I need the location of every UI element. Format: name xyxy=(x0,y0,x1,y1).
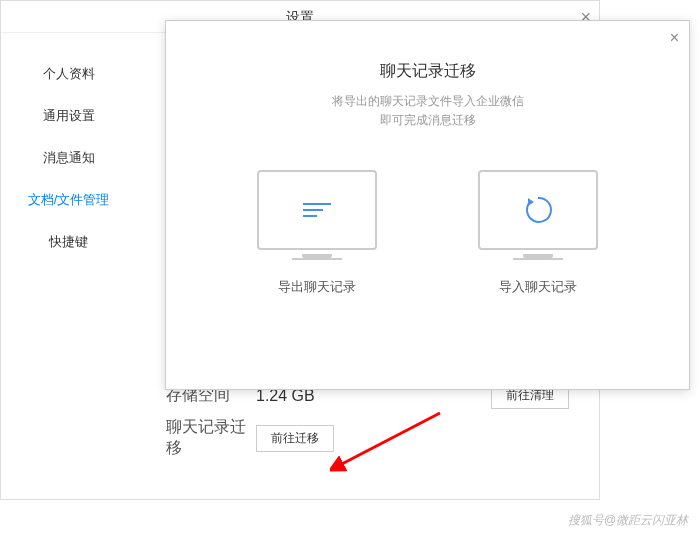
import-label: 导入聊天记录 xyxy=(478,278,598,296)
sidebar-item-general[interactable]: 通用设置 xyxy=(1,95,136,137)
sidebar-item-notifications[interactable]: 消息通知 xyxy=(1,137,136,179)
modal-subtitle-line1: 将导出的聊天记录文件导入企业微信 xyxy=(332,94,524,108)
import-option[interactable]: 导入聊天记录 xyxy=(478,170,598,296)
modal-subtitle-line2: 即可完成消息迁移 xyxy=(380,113,476,127)
migrate-label: 聊天记录迁移 xyxy=(166,417,256,459)
migrate-button[interactable]: 前往迁移 xyxy=(256,425,334,452)
modal-subtitle: 将导出的聊天记录文件导入企业微信 即可完成消息迁移 xyxy=(166,92,689,130)
refresh-icon xyxy=(522,194,554,226)
migrate-row: 聊天记录迁移 前往迁移 xyxy=(166,417,569,459)
modal-title: 聊天记录迁移 xyxy=(166,61,689,82)
settings-sidebar: 个人资料 通用设置 消息通知 文档/文件管理 快捷键 xyxy=(1,33,136,499)
sidebar-item-shortcuts[interactable]: 快捷键 xyxy=(1,221,136,263)
export-label: 导出聊天记录 xyxy=(257,278,377,296)
svg-marker-0 xyxy=(528,198,534,206)
modal-close-icon[interactable]: × xyxy=(670,29,679,47)
monitor-icon xyxy=(257,170,377,250)
export-option[interactable]: 导出聊天记录 xyxy=(257,170,377,296)
monitor-icon xyxy=(478,170,598,250)
migration-modal: × 聊天记录迁移 将导出的聊天记录文件导入企业微信 即可完成消息迁移 导出聊天记… xyxy=(165,20,690,390)
sidebar-item-files[interactable]: 文档/文件管理 xyxy=(1,179,136,221)
modal-options: 导出聊天记录 导入聊天记录 xyxy=(166,170,689,296)
sidebar-item-profile[interactable]: 个人资料 xyxy=(1,53,136,95)
export-lines-icon xyxy=(303,203,331,217)
watermark-text: 搜狐号@微距云闪亚林 xyxy=(568,512,688,529)
